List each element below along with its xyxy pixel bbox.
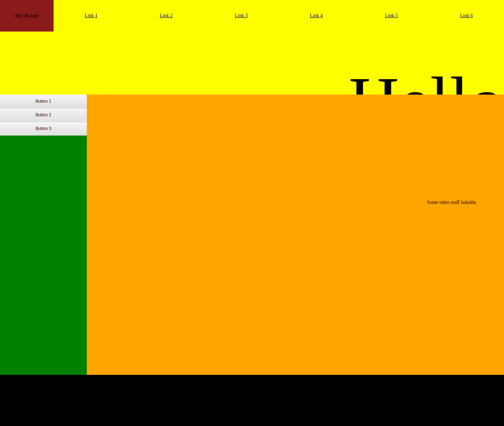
sidebar-buttons: Button 1 Button 2 Button 3: [0, 95, 87, 136]
sidebar-button-1[interactable]: Button 1: [0, 95, 87, 108]
sidebar-button-3[interactable]: Button 3: [0, 122, 87, 136]
footer: [0, 375, 504, 426]
nav-link-1[interactable]: Link 1: [85, 13, 98, 19]
nav-link-3[interactable]: Link 3: [235, 13, 248, 19]
main-area: Button 1 Button 2 Button 3 Some other st…: [0, 95, 504, 375]
header: My Brand Link 1 Link 2 Link 3 Link 4 Lin…: [0, 0, 504, 32]
nav-link-2[interactable]: Link 2: [160, 13, 173, 19]
brand-box: My Brand: [0, 0, 54, 32]
hero-banner: Hello: [0, 32, 504, 95]
main-content: Some other stuff ladadda: [87, 95, 504, 375]
sidebar-green-area: [0, 136, 87, 375]
brand-label: My Brand: [15, 13, 38, 19]
sidebar-button-2[interactable]: Button 2: [0, 108, 87, 122]
content-other-text: Some other stuff ladadda: [427, 200, 476, 205]
main-nav: Link 1 Link 2 Link 3 Link 4 Link 5 Link …: [54, 0, 504, 32]
nav-link-4[interactable]: Link 4: [310, 13, 323, 19]
nav-link-6[interactable]: Link 6: [460, 13, 473, 19]
nav-link-5[interactable]: Link 5: [385, 13, 398, 19]
sidebar: Button 1 Button 2 Button 3: [0, 95, 87, 375]
